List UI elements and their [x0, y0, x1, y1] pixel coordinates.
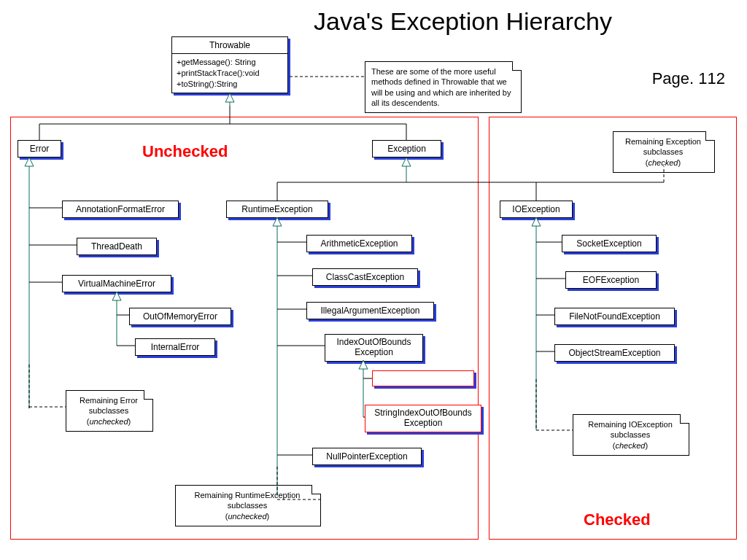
class-vm-error-name: VirtualMachineError: [78, 279, 155, 289]
class-object-stream-exception: ObjectStreamException: [554, 344, 675, 362]
class-runtime-exception: RuntimeException: [226, 201, 328, 218]
class-oom-error-name: OutOfMemoryError: [143, 311, 217, 322]
class-thread-death: ThreadDeath: [77, 238, 157, 255]
class-io-exception-name: IOException: [512, 204, 560, 214]
class-annotation-format-error-name: AnnotationFormatError: [76, 204, 165, 214]
class-annotation-format-error: AnnotationFormatError: [62, 201, 179, 218]
class-internal-error-name: InternalError: [151, 342, 200, 352]
note-remaining-runtime: Remaining RuntimeExceptionsubclasses(unc…: [175, 485, 321, 526]
class-illegalarg-name: IllegalArgumentException: [320, 306, 419, 316]
note-remaining-io: Remaining IOExceptionsubclasses(checked): [573, 414, 689, 456]
class-exception: Exception: [372, 140, 441, 158]
class-internal-error: InternalError: [135, 338, 215, 356]
note-throwable-methods: These are some of the more useful method…: [365, 61, 522, 113]
class-class-cast-exception: ClassCastException: [312, 268, 418, 286]
class-indexoob-name: IndexOutOfBoundsException: [336, 337, 411, 357]
class-thread-death-name: ThreadDeath: [91, 241, 142, 252]
page-title: Java's Exception Hierarchy: [314, 7, 612, 36]
checked-region: [489, 117, 737, 540]
class-file-not-found-exception: FileNotFoundException: [554, 308, 675, 325]
class-virtual-machine-error: VirtualMachineError: [62, 275, 171, 292]
unchecked-region: [10, 117, 479, 540]
class-classcast-name: ClassCastException: [326, 272, 404, 282]
class-throwable-name: Throwable: [172, 37, 287, 54]
class-throwable: Throwable +getMessage(): String +printSt…: [171, 36, 288, 93]
class-npe-name: NullPointerException: [326, 451, 407, 462]
class-error-name: Error: [30, 144, 50, 154]
class-stringindex-name: StringIndexOutOfBoundsException: [374, 408, 471, 428]
class-socket-exception: SocketException: [562, 235, 657, 252]
class-null-pointer-exception: NullPointerException: [312, 448, 422, 465]
class-eof-exception: EOFException: [565, 271, 657, 289]
note-remaining-error: Remaining Errorsubclasses(unchecked): [66, 390, 153, 432]
page-number: Page. 112: [652, 69, 725, 88]
note-remaining-exception: Remaining Exceptionsubclasses(checked): [613, 131, 715, 173]
unchecked-label: Unchecked: [142, 142, 228, 161]
class-illegal-argument-exception: IllegalArgumentException: [306, 302, 434, 319]
class-array-oob-exception: [372, 370, 474, 386]
class-runtime-exception-name: RuntimeException: [241, 204, 312, 214]
class-objstream-name: ObjectStreamException: [568, 348, 660, 358]
class-exception-name: Exception: [387, 144, 426, 154]
class-throwable-methods: +getMessage(): String +printStackTrace()…: [172, 54, 287, 93]
class-io-exception: IOException: [500, 201, 573, 218]
class-socket-name: SocketException: [576, 238, 641, 249]
class-arithmetic-name: ArithmeticException: [320, 238, 398, 249]
class-arithmetic-exception: ArithmeticException: [306, 235, 412, 252]
class-fnf-name: FileNotFoundException: [569, 311, 660, 322]
class-string-index-oob-exception: StringIndexOutOfBoundsException: [365, 405, 481, 432]
svg-marker-1: [225, 93, 234, 102]
class-eof-name: EOFException: [583, 275, 639, 285]
class-error: Error: [18, 140, 61, 158]
checked-label: Checked: [584, 510, 651, 529]
class-out-of-memory-error: OutOfMemoryError: [129, 308, 231, 325]
class-index-oob-exception: IndexOutOfBoundsException: [325, 334, 423, 362]
